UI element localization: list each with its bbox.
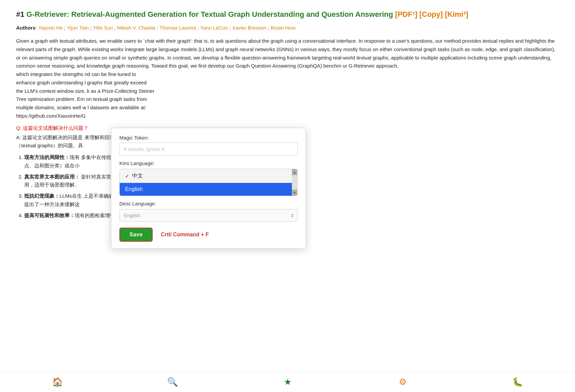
search-icon[interactable]: 🔍: [165, 375, 180, 390]
dropdown-scrollbar: ▲ ▼: [292, 169, 297, 196]
bottom-toolbar: 🏠 🔍 ★ ⚙ 🐛: [0, 372, 575, 392]
home-icon[interactable]: 🏠: [50, 375, 65, 390]
modal-dialog: Magic Token: Kimi Language: ✓ 中文 English…: [111, 128, 306, 249]
bug-icon[interactable]: 🐛: [510, 375, 525, 390]
gear-icon[interactable]: ⚙: [395, 375, 410, 390]
star-icon[interactable]: ★: [280, 375, 295, 390]
scroll-down-button[interactable]: ▼: [292, 190, 297, 196]
checkmark-icon: ✓: [125, 173, 129, 179]
desc-language-select[interactable]: English 中文: [119, 209, 298, 222]
magic-token-input[interactable]: [119, 143, 298, 156]
kimi-language-label: Kimi Language:: [119, 160, 298, 166]
magic-token-label: Magic Token:: [119, 135, 298, 141]
desc-language-select-wrapper: English 中文 ⇕: [119, 209, 298, 222]
kimi-lang-option-en[interactable]: English: [120, 183, 297, 196]
save-button[interactable]: Save: [119, 228, 153, 242]
kimi-lang-option-zh-label: 中文: [132, 172, 143, 180]
kimi-lang-option-en-label: English: [125, 186, 143, 192]
desc-language-label: Desc Language:: [119, 201, 298, 206]
kimi-lang-option-zh[interactable]: ✓ 中文: [120, 169, 297, 183]
shortcut-hint: Crtl/ Command + F: [161, 232, 209, 238]
scroll-up-button[interactable]: ▲: [292, 169, 297, 175]
save-row: Save Crtl/ Command + F: [119, 228, 298, 242]
kimi-language-dropdown[interactable]: ✓ 中文 English ▲ ▼: [119, 169, 298, 196]
modal-overlay: Magic Token: Kimi Language: ✓ 中文 English…: [0, 0, 575, 392]
